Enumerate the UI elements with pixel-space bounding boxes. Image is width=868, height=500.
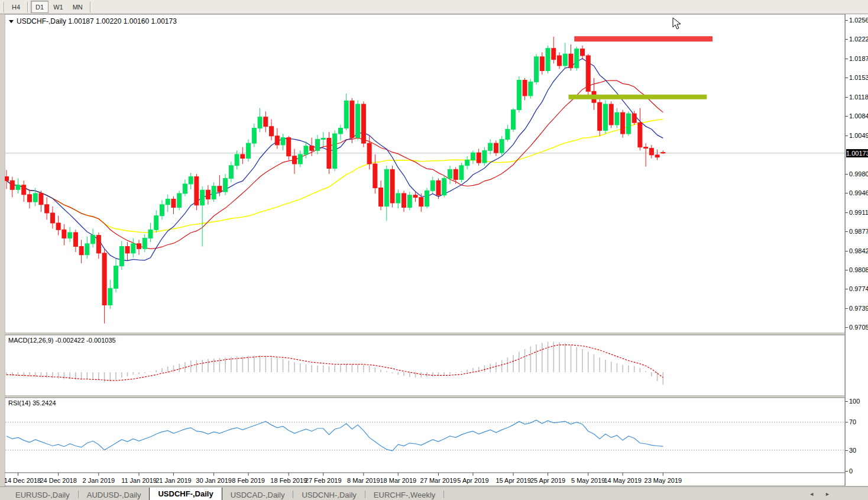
axis-tick — [846, 401, 848, 402]
axis-tick — [846, 212, 848, 213]
tab-usdchf-daily[interactable]: USDCHF-,Daily — [149, 488, 222, 500]
price-axis-label: 1.02220 — [849, 36, 868, 43]
axis-tick — [846, 174, 848, 175]
price-axis-label: 0.99800 — [849, 170, 868, 178]
price-axis-label: 0.98770 — [849, 228, 868, 235]
svg-text:5 May 2019: 5 May 2019 — [571, 477, 605, 484]
price-axis-label: 0.99110 — [849, 209, 868, 216]
price-axis-label: 1.00840 — [849, 112, 868, 120]
axis-tick — [846, 251, 848, 251]
price-axis-label: 0.97050 — [849, 324, 868, 331]
axis-tick — [846, 39, 848, 40]
axis-tick — [846, 231, 848, 232]
price-axis-label: 0.98080 — [849, 266, 868, 273]
axis-tick — [846, 59, 848, 59]
price-axis-label: 0.99460 — [849, 189, 868, 196]
svg-text:21 Jan 2019: 21 Jan 2019 — [156, 477, 192, 484]
axis-tick — [846, 20, 848, 21]
rsi-panel[interactable] — [5, 398, 845, 473]
tab-eurusd-daily[interactable]: EURUSD-,Daily — [7, 489, 78, 500]
svg-text:14 Dec 2018: 14 Dec 2018 — [5, 477, 41, 484]
price-axis-label: 1.01870 — [849, 55, 868, 62]
resistance-line[interactable] — [574, 36, 712, 41]
axis-tick — [846, 97, 848, 98]
symbol-tab-bar: EURUSD-,Daily AUDUSD-,Daily USDCHF-,Dail… — [0, 486, 868, 500]
rsi-label: RSI(14) 35.2424 — [8, 399, 56, 407]
svg-text:11 Jan 2019: 11 Jan 2019 — [121, 477, 157, 484]
price-axis-label: 1.02560 — [849, 17, 868, 24]
axis-tick — [846, 289, 848, 289]
current-price-tag: 1.00173 — [846, 149, 868, 157]
axis-tick — [846, 136, 848, 136]
axis-tick — [846, 422, 848, 422]
tab-audusd-daily[interactable]: AUDUSD-,Daily — [79, 489, 150, 500]
svg-text:2 Jan 2019: 2 Jan 2019 — [83, 477, 115, 484]
svg-text:23 May 2019: 23 May 2019 — [644, 477, 682, 484]
price-axis-label: 0.98420 — [849, 247, 868, 254]
mt4-terminal-window: H4 D1 W1 MN USDCHF-,Daily 1.00187 1.0022… — [0, 0, 868, 500]
chart-window: USDCHF-,Daily 1.00187 1.00220 1.00160 1.… — [0, 14, 868, 486]
price-axis[interactable]: 1.025601.022201.018701.015301.011801.008… — [845, 14, 868, 486]
rsi-axis-label: 0 — [849, 467, 853, 475]
axis-tick — [846, 193, 848, 193]
axis-tick — [846, 327, 848, 328]
axis-tick — [846, 450, 848, 451]
tab-usdcnh-daily[interactable]: USDCNH-,Daily — [293, 489, 364, 500]
symbol-label: USDCHF-,Daily 1.00187 1.00220 1.00160 1.… — [9, 17, 177, 25]
svg-text:15 Apr 2019: 15 Apr 2019 — [495, 477, 530, 484]
tab-eurchf-weekly[interactable]: EURCHF-,Weekly — [365, 489, 444, 500]
toolbar-separator — [27, 2, 28, 12]
toolbar-separator — [4, 2, 5, 12]
axis-tick — [846, 308, 848, 309]
rsi-axis-label: 70 — [849, 418, 856, 425]
price-axis-label: 1.01530 — [849, 74, 868, 81]
tab-usdcad-daily[interactable]: USDCAD-,Daily — [222, 489, 293, 500]
svg-text:USDCHF-,Daily 1.00187 1.00220: USDCHF-,Daily 1.00187 1.00220 1.00160 1.… — [17, 17, 177, 25]
svg-text:27 Feb 2019: 27 Feb 2019 — [305, 477, 342, 484]
timeframe-button-d1[interactable]: D1 — [31, 1, 48, 13]
svg-text:27 Mar 2019: 27 Mar 2019 — [420, 477, 457, 484]
rsi-axis-label: 30 — [849, 447, 856, 454]
tab-scroll-right-icon[interactable]: ► — [825, 491, 830, 497]
price-axis-label: 1.01180 — [849, 93, 868, 101]
svg-text:5 Apr 2019: 5 Apr 2019 — [457, 477, 488, 484]
svg-text:18 Mar 2019: 18 Mar 2019 — [380, 477, 416, 484]
tab-scroll-left-icon[interactable]: ◄ — [809, 491, 814, 497]
svg-text:8 Feb 2019: 8 Feb 2019 — [232, 477, 265, 484]
svg-text:25 Apr 2019: 25 Apr 2019 — [530, 477, 565, 484]
axis-tick — [846, 471, 848, 472]
support-line[interactable] — [569, 95, 707, 99]
axis-tick — [846, 116, 848, 117]
timeframe-button-mn[interactable]: MN — [68, 1, 88, 13]
main-panel[interactable] — [5, 14, 845, 333]
svg-text:18 Feb 2019: 18 Feb 2019 — [270, 477, 307, 484]
price-axis-label: 0.97390 — [849, 305, 868, 312]
svg-text:14 May 2019: 14 May 2019 — [604, 477, 642, 484]
price-axis-label: 0.97740 — [849, 285, 868, 292]
axis-tick — [846, 270, 848, 270]
macd-label: MACD(12,26,9) -0.002422 -0.001035 — [8, 337, 116, 344]
price-axis-label: 1.00490 — [849, 132, 868, 139]
toolbar-separator — [90, 2, 91, 12]
svg-text:24 Dec 2018: 24 Dec 2018 — [40, 477, 76, 484]
timeframe-toolbar: H4 D1 W1 MN — [0, 0, 868, 14]
macd-panel[interactable] — [5, 335, 845, 396]
svg-text:30 Jan 2019: 30 Jan 2019 — [196, 477, 232, 484]
rsi-axis-label: 100 — [849, 398, 860, 405]
svg-text:8 Mar 2019: 8 Mar 2019 — [347, 477, 380, 484]
axis-tick — [846, 78, 848, 78]
tab-separator — [443, 491, 444, 498]
main-chart-svg[interactable]: USDCHF-,Daily 1.00187 1.00220 1.00160 1.… — [5, 14, 845, 486]
timeframe-button-w1[interactable]: W1 — [48, 1, 68, 13]
tab-scrollers: ◄ ► — [809, 487, 830, 500]
timeframe-button-h4[interactable]: H4 — [7, 1, 25, 13]
